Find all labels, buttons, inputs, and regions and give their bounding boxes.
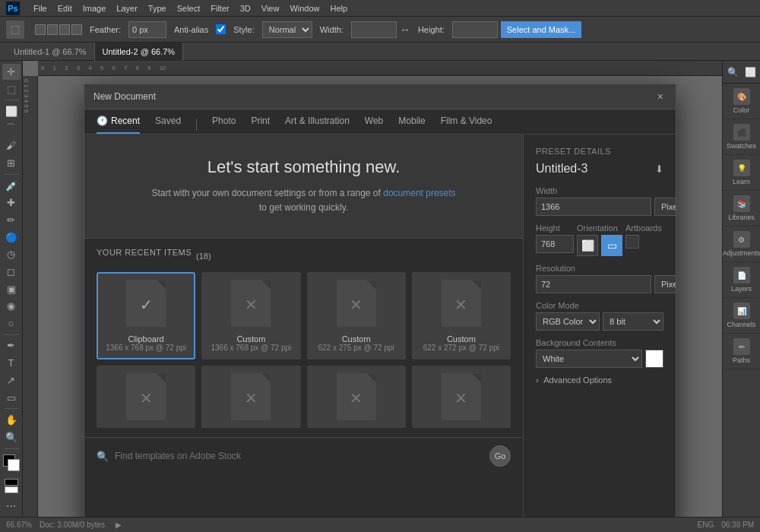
tool-path[interactable]: ↗ xyxy=(2,372,21,388)
menu-view[interactable]: View xyxy=(261,4,280,13)
width-field[interactable] xyxy=(536,198,651,216)
panel-libraries[interactable]: 📚 Libraries xyxy=(723,191,760,226)
tool-artboard[interactable]: ⬚ xyxy=(2,81,21,97)
save-preset-icon[interactable]: ⬇ xyxy=(655,163,663,175)
color-depth-select[interactable]: 8 bit xyxy=(603,312,663,331)
tool-quickselect[interactable]: 🖌 xyxy=(2,138,21,154)
panel-adjustments[interactable]: ⚙ Adjustments xyxy=(723,226,760,262)
tool-eraser[interactable]: ◻ xyxy=(2,264,21,280)
welcome-link[interactable]: document presets xyxy=(383,188,455,198)
height-field[interactable] xyxy=(536,235,574,253)
ruler-horizontal: 0 1 2 3 4 5 6 7 8 9 10 xyxy=(38,61,722,76)
background-color-preview[interactable] xyxy=(645,350,663,368)
nav-web[interactable]: Web xyxy=(365,116,383,134)
select-mask-button[interactable]: Select and Mask... xyxy=(501,21,582,38)
welcome-section: Let's start something new. Start with yo… xyxy=(84,135,523,239)
tool-selector[interactable]: ⬚ xyxy=(6,21,24,39)
background-select[interactable]: White xyxy=(536,350,642,368)
panel-layers-label: Layers xyxy=(731,285,752,293)
width-unit-select[interactable]: Pixels xyxy=(654,198,676,216)
background-color[interactable] xyxy=(8,459,20,471)
menu-3d[interactable]: 3D xyxy=(240,4,251,13)
recent-item-5[interactable]: ✕ xyxy=(201,366,300,428)
recent-item-3[interactable]: ✕ Custom 622 x 272 px @ 72 ppi xyxy=(412,272,511,359)
tool-crop[interactable]: ⊞ xyxy=(2,155,21,171)
nav-recent[interactable]: 🕐 Recent xyxy=(97,116,140,134)
tool-dodge[interactable]: ○ xyxy=(2,315,21,331)
panel-icon-1[interactable]: ⬜ xyxy=(745,67,756,78)
recent-item-2[interactable]: ✕ Custom 622 x 275 px @ 72 ppi xyxy=(307,272,406,359)
menu-file[interactable]: File xyxy=(33,4,47,13)
go-button[interactable]: Go xyxy=(489,445,511,467)
tool-zoom[interactable]: 🔍 xyxy=(2,429,21,445)
recent-clock-icon: 🕐 xyxy=(97,116,108,126)
style-select[interactable]: Normal xyxy=(262,21,312,38)
fg-bg-colors[interactable] xyxy=(3,454,20,471)
tool-history[interactable]: ◷ xyxy=(2,246,21,262)
panel-channels[interactable]: 📊 Channels xyxy=(723,298,760,334)
feather-input[interactable] xyxy=(128,21,166,38)
nav-photo[interactable]: Photo xyxy=(212,116,236,134)
tool-lasso[interactable]: ⌒ xyxy=(2,121,21,137)
template-search-bar: 🔍 Go xyxy=(84,437,523,474)
panel-paths[interactable]: ✏ Paths xyxy=(723,334,760,369)
landscape-btn[interactable]: ▭ xyxy=(601,235,622,256)
menu-window[interactable]: Window xyxy=(290,4,319,13)
tab-untitled2[interactable]: Untitled-2 @ 66.7% xyxy=(95,43,184,61)
dialog-close-button[interactable]: × xyxy=(654,90,667,103)
tool-marquee[interactable]: ⬜ xyxy=(2,103,21,119)
menu-layer[interactable]: Layer xyxy=(116,4,138,13)
menu-edit[interactable]: Edit xyxy=(58,4,72,13)
nav-recent-label: Recent xyxy=(111,116,140,126)
menu-select[interactable]: Select xyxy=(177,4,201,13)
menu-image[interactable]: Image xyxy=(83,4,106,13)
recent-item-clipboard[interactable]: ✓ Clipboard 1366 x 768 px @ 72 ppi xyxy=(97,272,195,359)
color-mode-select[interactable]: RGB Color xyxy=(536,312,600,331)
menu-filter[interactable]: Filter xyxy=(211,4,229,13)
recent-items-grid: ✓ Clipboard 1366 x 768 px @ 72 ppi xyxy=(97,272,511,428)
search-panel-icon[interactable]: 🔍 xyxy=(727,67,739,78)
resolution-unit-select[interactable]: Pixels/Inch xyxy=(654,275,676,293)
resolution-field[interactable] xyxy=(536,275,651,293)
recent-item-7[interactable]: ✕ xyxy=(412,366,511,428)
portrait-btn[interactable]: ⬜ xyxy=(577,235,598,256)
tool-blur[interactable]: ◉ xyxy=(2,298,21,314)
tool-type[interactable]: T xyxy=(2,355,21,371)
width-input[interactable] xyxy=(351,21,397,38)
tool-hand[interactable]: ✋ xyxy=(2,412,21,428)
tool-shape[interactable]: ▭ xyxy=(2,390,21,406)
tool-pen[interactable]: ✒ xyxy=(2,338,21,354)
nav-art[interactable]: Art & Illustration xyxy=(285,116,350,134)
toolbar: ⬚ Feather: Anti-alias Style: Normal Widt… xyxy=(0,17,760,43)
panel-layers[interactable]: 📄 Layers xyxy=(723,262,760,298)
tool-brush[interactable]: ✏ xyxy=(2,212,21,228)
menu-type[interactable]: Type xyxy=(148,4,166,13)
recent-item-6[interactable]: ✕ xyxy=(307,366,406,428)
tool-extras[interactable]: ⋯ xyxy=(2,498,21,514)
nav-print[interactable]: Print xyxy=(251,116,270,134)
width-field-row: Pixels xyxy=(536,198,663,216)
tab-untitled1[interactable]: Untitled-1 @ 66.7% xyxy=(6,43,95,61)
template-search-input[interactable] xyxy=(115,451,483,461)
menu-help[interactable]: Help xyxy=(331,4,348,13)
height-input[interactable] xyxy=(452,21,498,38)
recent-header: YOUR RECENT ITEMS xyxy=(97,248,192,257)
panel-swatches[interactable]: ⬛ Swatches xyxy=(723,119,760,155)
tool-move[interactable]: ✛ xyxy=(2,64,21,80)
recent-item-0[interactable]: ✕ Custom 1366 x 768 px @ 72 ppi xyxy=(201,272,300,359)
tool-stamp[interactable]: 🔵 xyxy=(2,230,21,245)
panel-color[interactable]: 🎨 Color xyxy=(723,84,760,119)
advanced-options-toggle[interactable]: › Advanced Options xyxy=(536,375,663,385)
panel-learn[interactable]: 💡 Learn xyxy=(723,155,760,191)
anti-alias-checkbox[interactable] xyxy=(216,24,226,34)
nav-film[interactable]: Film & Video xyxy=(441,116,492,134)
artboards-checkbox[interactable] xyxy=(625,235,639,249)
tool-healing[interactable]: ✚ xyxy=(2,195,21,211)
dialog-overlay: New Document × 🕐 Recent Saved Photo xyxy=(38,76,722,517)
nav-saved[interactable]: Saved xyxy=(155,116,181,134)
recent-item-4[interactable]: ✕ xyxy=(97,366,195,428)
nav-mobile[interactable]: Mobile xyxy=(398,116,425,134)
color-mode-row: RGB Color 8 bit xyxy=(536,312,663,331)
tool-gradient[interactable]: ▣ xyxy=(2,281,21,297)
tool-eyedropper[interactable]: 💉 xyxy=(2,178,21,194)
